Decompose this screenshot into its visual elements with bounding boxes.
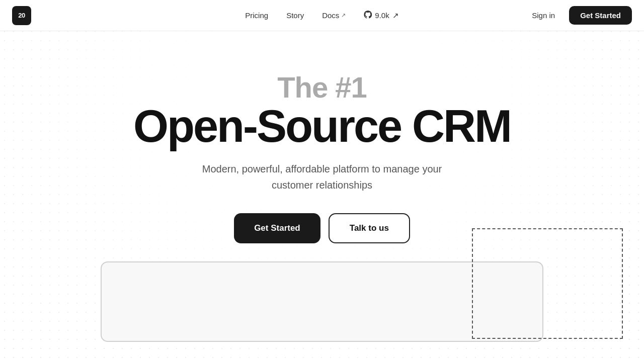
github-icon (364, 11, 372, 21)
hero-description-line1: Modern, powerful, affordable platform to… (202, 163, 442, 174)
logo[interactable]: 20 (12, 6, 31, 25)
get-started-button[interactable]: Get Started (234, 213, 320, 243)
github-external-icon: ↗ (392, 11, 399, 20)
navbar: 20 Pricing Story Docs ↗ 9.0k ↗ Sign in (0, 0, 644, 31)
nav-link-pricing[interactable]: Pricing (238, 8, 275, 23)
selection-box (472, 228, 623, 339)
github-stars-label: 9.0k (375, 11, 389, 20)
nav-center: Pricing Story Docs ↗ 9.0k ↗ (238, 8, 406, 24)
nav-link-story-label: Story (286, 11, 304, 20)
hero-title: Open-Source CRM (133, 104, 511, 149)
sign-in-button[interactable]: Sign in (524, 7, 563, 24)
nav-link-github[interactable]: 9.0k ↗ (357, 8, 406, 24)
nav-right: Sign in Get Started (524, 6, 632, 25)
logo-text: 20 (18, 12, 25, 19)
hero-section: The #1 Open-Source CRM Modern, powerful,… (0, 31, 644, 243)
nav-link-docs-label: Docs (322, 11, 339, 20)
nav-left: 20 (12, 6, 31, 25)
nav-link-pricing-label: Pricing (245, 11, 268, 20)
hero-buttons: Get Started Talk to us (234, 213, 410, 243)
app-preview-container (0, 261, 644, 342)
nav-link-story[interactable]: Story (279, 8, 311, 23)
nav-link-docs[interactable]: Docs ↗ (315, 8, 353, 23)
get-started-nav-button[interactable]: Get Started (569, 6, 632, 25)
hero-subtitle: The #1 (277, 71, 367, 104)
app-preview (101, 261, 543, 342)
external-link-icon: ↗ (341, 12, 346, 19)
talk-to-us-button[interactable]: Talk to us (329, 213, 410, 243)
hero-description-line2: customer relationships (272, 179, 372, 191)
hero-description: Modern, powerful, affordable platform to… (202, 161, 442, 193)
